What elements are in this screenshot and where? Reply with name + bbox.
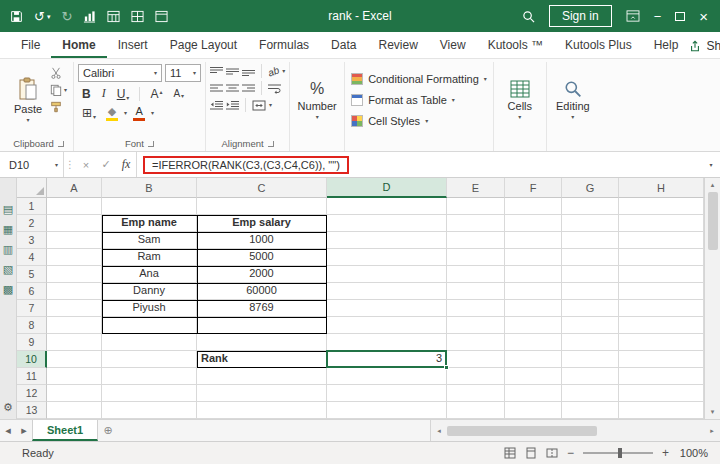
cell-C2[interactable]: Emp salary [197,215,327,232]
cell-F11[interactable] [505,368,562,385]
save-icon[interactable] [10,10,23,23]
align-center-button[interactable] [226,83,239,94]
qat-grid-icon[interactable] [131,10,144,23]
row-header-5[interactable]: 5 [17,266,47,283]
sign-in-button[interactable]: Sign in [549,5,612,27]
cell-A4[interactable] [47,249,102,266]
cell-G2[interactable] [562,215,619,232]
cell-F5[interactable] [505,266,562,283]
orientation-button[interactable]: ab [266,64,280,78]
align-middle-button[interactable] [226,66,239,77]
hscroll-left-icon[interactable]: ◂ [431,427,447,435]
cell-B5[interactable]: Ana [102,266,197,283]
shrink-font-button[interactable]: A▾ [169,87,188,100]
row-header-12[interactable]: 12 [17,385,47,402]
formula-bar-expand-button[interactable]: ▾ [702,152,720,177]
cell-E10[interactable] [447,351,505,368]
cell-A8[interactable] [47,317,102,334]
cell-B10[interactable] [102,351,197,368]
cell-B1[interactable] [102,198,197,215]
row-header-1[interactable]: 1 [17,198,47,215]
cell-B4[interactable]: Ram [102,249,197,266]
row-header-8[interactable]: 8 [17,317,47,334]
cell-E6[interactable] [447,283,505,300]
horizontal-scrollbar[interactable]: ◂ ▸ [430,420,720,441]
column-header-G[interactable]: G [562,178,619,198]
column-header-E[interactable]: E [447,178,505,198]
minimize-button[interactable]: − [654,10,662,23]
cell-F2[interactable] [505,215,562,232]
cell-F1[interactable] [505,198,562,215]
sheet-nav-left-icon[interactable]: ◂ [0,420,16,441]
cell-F6[interactable] [505,283,562,300]
cell-C7[interactable]: 8769 [197,300,327,317]
styles-item-cell-styles[interactable]: Cell Styles▾ [349,111,489,130]
cell-C1[interactable] [197,198,327,215]
cell-A6[interactable] [47,283,102,300]
zoom-slider[interactable] [583,452,653,454]
row-header-11[interactable]: 11 [17,368,47,385]
cell-G10[interactable] [562,351,619,368]
cell-B3[interactable]: Sam [102,232,197,249]
row-header-6[interactable]: 6 [17,283,47,300]
cell-A10[interactable] [47,351,102,368]
cell-D11[interactable] [327,368,447,385]
cell-C9[interactable] [197,334,327,351]
row-header-3[interactable]: 3 [17,232,47,249]
cell-G7[interactable] [562,300,619,317]
settings-gear-icon[interactable]: ⚙ [3,402,13,413]
cell-D5[interactable] [327,266,447,283]
font-color-button[interactable]: A [130,106,148,121]
cell-D12[interactable] [327,385,447,402]
cell-D7[interactable] [327,300,447,317]
cell-E11[interactable] [447,368,505,385]
formula-input[interactable]: =IFERROR(RANK(C3,(C3,C4,C6)), "") [136,152,702,177]
row-header-7[interactable]: 7 [17,300,47,317]
ribbon-tab-data[interactable]: Data [320,33,367,58]
kutools-pane-icon-3[interactable]: ▥ [3,244,13,255]
cell-B8[interactable] [102,317,197,334]
cell-C4[interactable]: 5000 [197,249,327,266]
hscroll-right-icon[interactable]: ▸ [704,427,720,435]
cell-G12[interactable] [562,385,619,402]
cell-E13[interactable] [447,402,505,419]
cell-G3[interactable] [562,232,619,249]
qat-table-icon[interactable] [107,10,120,23]
cell-B13[interactable] [102,402,197,419]
scroll-up-icon[interactable]: ▴ [711,178,715,192]
cancel-button[interactable]: × [76,152,96,177]
fill-color-chevron-icon[interactable]: ▾ [124,110,127,116]
cell-G4[interactable] [562,249,619,266]
styles-item-format-as-table[interactable]: Format as Table▾ [349,90,489,109]
cell-E1[interactable] [447,198,505,215]
cell-H8[interactable] [619,317,704,334]
kutools-pane-icon-2[interactable]: ▦ [3,224,13,235]
ribbon-tab-view[interactable]: View [429,33,477,58]
grow-font-button[interactable]: A▴ [146,86,166,102]
cell-A11[interactable] [47,368,102,385]
cell-G5[interactable] [562,266,619,283]
copy-button[interactable]: ▾ [50,84,67,96]
enter-button[interactable]: ✓ [96,152,116,177]
cell-H1[interactable] [619,198,704,215]
cell-C3[interactable]: 1000 [197,232,327,249]
cell-E3[interactable] [447,232,505,249]
cell-D3[interactable] [327,232,447,249]
cell-D13[interactable] [327,402,447,419]
column-header-H[interactable]: H [619,178,704,198]
align-top-button[interactable] [210,66,223,77]
cell-F13[interactable] [505,402,562,419]
cell-H13[interactable] [619,402,704,419]
cell-A1[interactable] [47,198,102,215]
ribbon-display-options-icon[interactable] [626,10,640,22]
cell-H5[interactable] [619,266,704,283]
cell-F7[interactable] [505,300,562,317]
increase-indent-button[interactable] [226,100,239,111]
row-header-13[interactable]: 13 [17,402,47,419]
cell-H11[interactable] [619,368,704,385]
number-format-button[interactable]: % Number ▾ [294,63,340,136]
cells-button[interactable]: Cells ▾ [498,63,542,136]
cell-E12[interactable] [447,385,505,402]
cell-D10[interactable]: 3 [327,351,447,368]
normal-view-icon[interactable] [504,447,516,459]
